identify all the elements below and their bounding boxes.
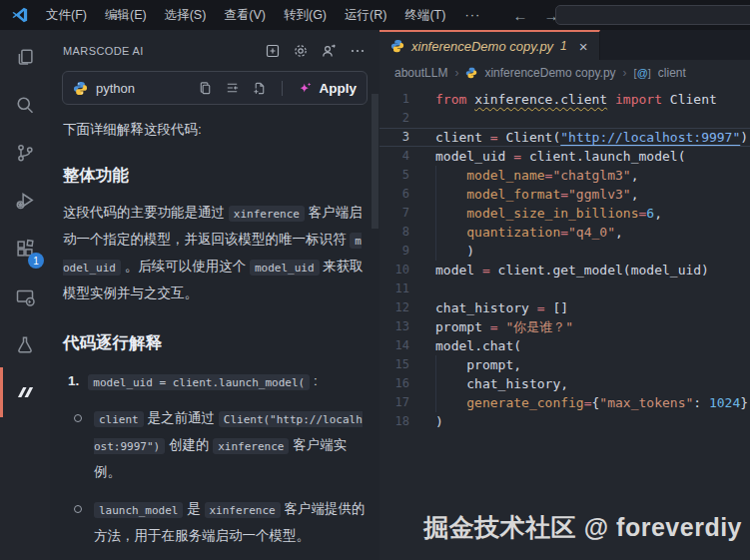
- activity-bar: 1: [0, 30, 50, 560]
- code-line-text: [409, 109, 435, 128]
- sidebar-item-testing[interactable]: [0, 320, 50, 368]
- code-line[interactable]: 4model_uid = client.launch_model(: [379, 147, 750, 166]
- sidebar-item-remote-explorer[interactable]: [0, 273, 50, 320]
- line-number: 2: [379, 109, 409, 128]
- indent-guide: [435, 242, 466, 261]
- section-heading: 代码逐行解释: [63, 332, 366, 354]
- line-number: 10: [379, 261, 409, 280]
- paragraph: 这段代码的主要功能是通过 xinference 客户端启动一个指定的模型，并返回…: [63, 200, 366, 306]
- code-line-text: model_uid = client.launch_model(: [409, 147, 685, 166]
- sidebar-item-marscode[interactable]: [0, 368, 50, 416]
- run-debug-icon: [15, 191, 35, 211]
- settings-gear-icon[interactable]: [293, 43, 309, 59]
- indent-guide: [435, 355, 466, 374]
- vscode-logo-icon: [11, 6, 29, 24]
- code-line[interactable]: 1from xinference.client import Client: [379, 90, 750, 109]
- code-area[interactable]: 1from xinference.client import Client23c…: [379, 90, 750, 431]
- line-number: 7: [379, 204, 409, 223]
- code-line-text: model = client.get_model(model_uid): [409, 261, 709, 280]
- bullet-list-item: launch_model 是 xinference 客户端提供的方法，用于在服务…: [63, 496, 366, 549]
- sidebar-item-explorer[interactable]: [0, 33, 50, 81]
- new-chat-icon[interactable]: [265, 43, 281, 59]
- menu-item[interactable]: 选择(S): [156, 0, 216, 30]
- code-line[interactable]: 2: [379, 109, 750, 128]
- menu-bar: 文件(F)编辑(E)选择(S)查看(V)转到(G)运行(R)终端(T): [37, 0, 454, 30]
- breadcrumb-symbol[interactable]: client: [658, 66, 686, 80]
- bullet-icon: [74, 505, 82, 513]
- tab-xinference-demo-copy[interactable]: xinferenceDemo copy.py 1 ×: [379, 30, 600, 60]
- marscode-ai-panel: MARSCODE AI python Apply 下面详细解释这段代码: 整体功…: [50, 30, 380, 560]
- menu-item[interactable]: 编辑(E): [96, 0, 156, 30]
- line-number: 16: [379, 374, 409, 393]
- code-line-text: generate_config={"max_tokens": 1024}: [409, 393, 748, 412]
- code-line[interactable]: 11: [379, 280, 750, 298]
- new-file-icon[interactable]: [252, 81, 267, 96]
- search-icon: [15, 95, 35, 115]
- code-line[interactable]: 15prompt,: [379, 355, 750, 374]
- menu-item[interactable]: 运行(R): [336, 0, 395, 30]
- inline-code: model_uid: [250, 260, 320, 276]
- line-number: 14: [379, 336, 409, 355]
- code-line[interactable]: 10model = client.get_model(model_uid): [379, 261, 750, 280]
- more-actions-icon[interactable]: [350, 43, 366, 59]
- explorer-icon: [15, 47, 35, 67]
- sidebar-item-source-control[interactable]: [0, 129, 50, 177]
- line-number: 18: [379, 412, 409, 431]
- menu-item[interactable]: 转到(G): [275, 0, 336, 30]
- code-line[interactable]: 8quantization="q4_0",: [379, 223, 750, 242]
- code-line[interactable]: 18): [379, 412, 750, 431]
- breadcrumb-chevron: ›: [454, 66, 458, 80]
- code-line-text: model.chat(: [409, 336, 521, 355]
- line-number: 13: [379, 317, 409, 336]
- code-line[interactable]: 3client = Client("http://localhost:9997"…: [379, 128, 750, 147]
- panel-title: MARSCODE AI: [63, 45, 265, 57]
- text-run: 是之前通过: [144, 410, 219, 425]
- menu-item[interactable]: 终端(T): [395, 0, 454, 30]
- code-line[interactable]: 13prompt = "你是谁？": [379, 317, 750, 336]
- more-menus-button[interactable]: ···: [454, 1, 490, 29]
- indent-guide: [435, 374, 466, 393]
- close-icon[interactable]: ×: [579, 38, 588, 55]
- ordered-list-item: 1.model_uid = client.launch_model( :: [63, 369, 366, 394]
- code-line[interactable]: 6model_format="ggmlv3",: [379, 185, 750, 204]
- breadcrumb-folder[interactable]: aboutLLM: [394, 66, 447, 80]
- panel-scrollbar[interactable]: [372, 94, 378, 229]
- marscode-icon: [14, 381, 36, 403]
- indent-guide: [435, 393, 466, 412]
- menu-item[interactable]: 文件(F): [37, 0, 96, 30]
- code-line[interactable]: 17generate_config={"max_tokens": 1024}: [379, 393, 750, 412]
- sidebar-item-run-debug[interactable]: [0, 177, 50, 225]
- code-line-text: ): [409, 412, 443, 431]
- apply-button[interactable]: Apply: [298, 81, 357, 96]
- indent-guide: [435, 185, 466, 204]
- line-number: 4: [379, 147, 409, 166]
- code-line[interactable]: 14model.chat(: [379, 336, 750, 355]
- line-number: 6: [379, 185, 409, 204]
- line-number: 15: [379, 355, 409, 374]
- line-number: 11: [379, 280, 409, 298]
- tab-problem-count: 1: [560, 39, 567, 53]
- code-line-text: chat_history = []: [409, 298, 568, 317]
- inline-code: xinference: [213, 438, 289, 454]
- symbol-variable-icon: [@]: [634, 67, 651, 79]
- line-number: 17: [379, 393, 409, 412]
- menu-item[interactable]: 查看(V): [215, 0, 275, 30]
- code-line[interactable]: 12chat_history = []: [379, 298, 750, 317]
- insert-code-icon[interactable]: [225, 81, 240, 96]
- account-icon[interactable]: [321, 43, 338, 59]
- command-center-search-box[interactable]: [555, 5, 750, 25]
- code-line[interactable]: 9): [379, 242, 750, 261]
- code-line-text: chat_history,: [409, 374, 568, 393]
- code-line[interactable]: 7model_size_in_billions=6,: [379, 204, 750, 223]
- code-line[interactable]: 16chat_history,: [379, 374, 750, 393]
- code-line[interactable]: 5model_name="chatglm3",: [379, 166, 750, 185]
- copy-code-icon[interactable]: [198, 81, 213, 96]
- sidebar-item-search[interactable]: [0, 81, 50, 129]
- code-line-text: model_format="ggmlv3",: [409, 185, 639, 204]
- navigate-back-icon[interactable]: ←: [512, 7, 527, 24]
- editor-group: xinferenceDemo copy.py 1 × aboutLLM › xi…: [379, 30, 750, 560]
- text-run: :: [310, 373, 318, 388]
- sidebar-item-extensions[interactable]: 1: [0, 225, 50, 273]
- tab-filename: xinferenceDemo copy.py: [411, 39, 553, 54]
- breadcrumb-file[interactable]: xinferenceDemo copy.py: [484, 66, 615, 80]
